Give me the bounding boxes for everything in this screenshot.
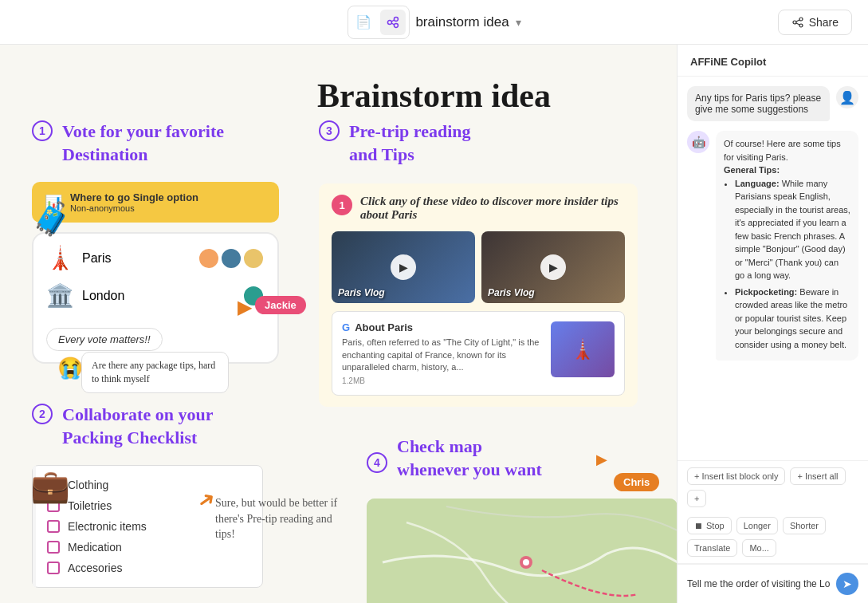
ai-section-label: General Tips: (724, 165, 780, 175)
copilot-input[interactable] (687, 578, 830, 589)
svg-point-2 (394, 23, 398, 27)
destination-paris: 🗼 Paris (46, 245, 265, 271)
chris-tag: Chris (614, 473, 659, 491)
share-icon (791, 16, 804, 29)
section1-num: 1 (32, 120, 53, 141)
item-label: Toiletries (68, 499, 112, 512)
list-item: Medication (47, 541, 248, 554)
about-paris-card: G About Paris Paris, often referred to a… (332, 311, 625, 396)
copilot-actions-2: ⏹ Stop Longer Shorter Translate Mo... (678, 514, 868, 564)
poll-text: Where to go Single option Non-anonymous (70, 191, 198, 213)
tip-num-badge: 1 (332, 195, 352, 215)
chevron-down-icon[interactable]: ▾ (516, 16, 521, 29)
arrow-right-icon: ▶ (238, 296, 252, 318)
stop-icon: ⏹ (694, 521, 703, 530)
ai-message-row: 🤖 Of course! Here are some tips for visi… (687, 131, 858, 361)
svg-line-9 (796, 23, 799, 25)
jackie-tag: Jackie (255, 296, 306, 314)
topbar-center: 📄 brainstorm idea ▾ (347, 6, 520, 39)
list-item: Accesories (47, 562, 248, 574)
map-view[interactable] (367, 499, 678, 603)
page-title: Brainstorm idea (317, 77, 551, 115)
video-thumb-1[interactable]: ▶ Paris Vlog (332, 231, 475, 303)
svg-line-3 (391, 20, 394, 22)
stop-btn[interactable]: ⏹ Stop (687, 517, 732, 534)
item-label: Clothing (68, 479, 108, 491)
tip-header: 1 Click any of these video to discover m… (332, 195, 625, 222)
section4-map: 4 Check map whenever you want (367, 436, 678, 603)
more2-btn[interactable]: Mo... (742, 539, 776, 557)
about-paris-title: G About Paris (342, 321, 543, 333)
copilot-header: AFFiNE Copilot (678, 45, 868, 77)
view-switcher: 📄 (347, 6, 409, 39)
shorter-btn[interactable]: Shorter (783, 517, 826, 534)
longer-btn[interactable]: Longer (736, 517, 778, 534)
cursor-chris: ▶ (596, 451, 607, 468)
copilot-actions: + Insert list block only + Insert all + (678, 460, 868, 514)
paris-voters (198, 247, 265, 270)
play-button-2[interactable]: ▶ (540, 254, 566, 280)
svg-line-4 (391, 23, 394, 25)
video-thumb-2[interactable]: ▶ Paris Vlog (481, 231, 625, 303)
ai-avatar: 🤖 (687, 131, 709, 153)
play-button-1[interactable]: ▶ (391, 254, 416, 280)
user-message-row: Any tips for Paris tips? please give me … (687, 86, 858, 121)
checkbox[interactable] (47, 520, 60, 533)
svg-line-8 (796, 20, 799, 22)
video-grid: ▶ Paris Vlog ▶ Paris Vlog (332, 231, 625, 303)
user-message: Any tips for Paris tips? please give me … (687, 86, 830, 121)
about-paris-text: G About Paris Paris, often referred to a… (342, 321, 543, 385)
ai-message: Of course! Here are some tips for visiti… (716, 131, 858, 361)
section2-label: Collaborate on your Packing Checklist (62, 404, 213, 449)
checkbox[interactable] (47, 562, 60, 574)
copilot-messages: Any tips for Paris tips? please give me … (678, 77, 868, 460)
item-label: Medication (68, 541, 122, 554)
london-name: London (82, 289, 234, 303)
avatar (242, 247, 265, 270)
ai-intro: Of course! Here are some tips for visiti… (724, 139, 841, 162)
ai-tip-1: Language: While many Parisians speak Eng… (735, 177, 850, 282)
paris-name: Paris (82, 251, 190, 266)
canvas: Brainstorm idea 1 Vote for your favorite… (0, 45, 868, 603)
section1-label: Vote for your favorite Destination (62, 120, 224, 166)
section3-label: Pre-trip reading and Tips (349, 120, 471, 166)
copilot-input-area: ➤ (678, 564, 868, 603)
comment-bubble: Are there any package tips, hard to thin… (81, 352, 229, 393)
eiffel-tower-image: 🗼 (551, 321, 615, 377)
section4-label: Check map whenever you want (397, 436, 542, 481)
share-label: Share (809, 16, 839, 29)
item-label: Accesories (68, 562, 122, 574)
vote-matters-text: Every vote matters!! (46, 328, 163, 351)
svg-point-0 (387, 20, 391, 24)
video-label-2: Paris Vlog (488, 287, 535, 298)
translate-btn[interactable]: Translate (687, 539, 737, 557)
svg-point-5 (799, 18, 803, 21)
section2-num: 2 (32, 404, 53, 424)
destination-london: 🏛️ London (46, 282, 265, 309)
paris-flag-icon: 🗼 (46, 245, 74, 271)
user-avatar: 👤 (836, 86, 858, 108)
checkbox[interactable] (47, 541, 60, 554)
tip-box: 1 Click any of these video to discover m… (319, 183, 638, 407)
insert-block-btn[interactable]: + Insert list block only (687, 467, 785, 485)
svg-point-7 (799, 24, 803, 27)
share-button[interactable]: Share (778, 10, 852, 35)
item-label: Electronic items (68, 520, 147, 533)
diagram-view-btn[interactable] (379, 10, 405, 35)
doc-view-btn[interactable]: 📄 (351, 10, 376, 35)
tip-text: Click any of these video to discover mor… (360, 195, 625, 222)
london-flag-icon: 🏛️ (46, 282, 74, 309)
luggage-emoji: 🧳 (32, 200, 72, 238)
ai-tip-2: Pickpocketing: Beware in crowded areas l… (735, 286, 850, 352)
svg-point-6 (793, 21, 796, 24)
avatar (198, 247, 220, 270)
insert-all-btn[interactable]: + Insert all (790, 467, 845, 485)
svg-point-1 (394, 17, 398, 21)
topbar-title: brainstorm idea (415, 14, 509, 30)
more-btn[interactable]: + (687, 490, 706, 507)
section1-vote: 1 Vote for your favorite Destination 📊 W… (32, 120, 279, 364)
map-svg (367, 499, 678, 603)
topbar: 📄 brainstorm idea ▾ Share (0, 0, 868, 45)
briefcase-emoji: 💼 (30, 467, 70, 505)
send-button[interactable]: ➤ (836, 573, 858, 595)
